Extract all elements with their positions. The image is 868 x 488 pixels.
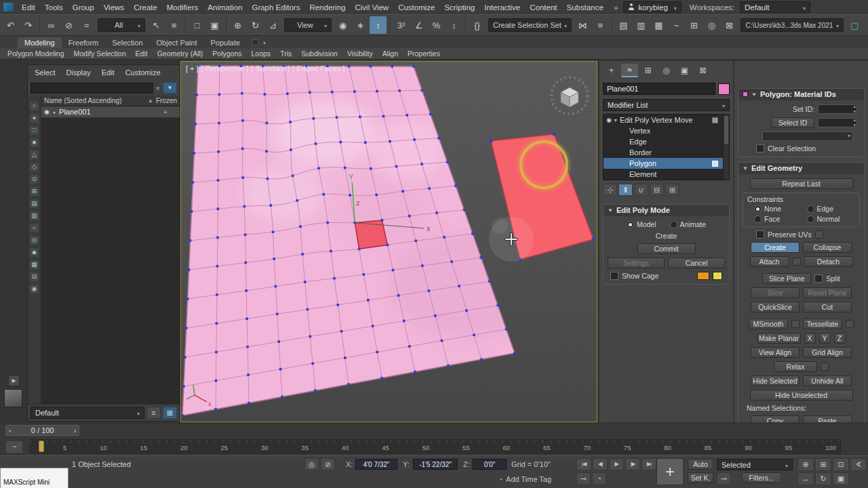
create-button[interactable]: Create [751,242,800,253]
display-groups-icon[interactable]: ▥ [29,211,39,221]
cancel-button[interactable]: Cancel [668,258,725,268]
timeline-tick-label[interactable]: 10 [100,444,107,451]
display-xrefs-icon[interactable]: ≈ [29,223,39,233]
x-coord-field[interactable]: 4'0 7/32" [355,459,397,470]
timeline-tick-label[interactable]: 30 [261,444,269,451]
scene-explorer-menu[interactable]: Select [35,68,56,77]
ribbon-panel-title[interactable]: Polygons [208,49,246,58]
maximize-viewport-icon[interactable]: ▣ [833,472,849,485]
display-containers-icon[interactable]: ◆ [29,247,39,258]
menu-item[interactable]: Create [129,2,162,13]
menu-item[interactable]: Views [99,2,129,13]
bind-to-spacewarp-icon[interactable]: ≈ [78,16,95,34]
repeat-last-button[interactable]: Repeat Last [750,178,853,189]
object-color-swatch[interactable] [718,83,730,95]
previous-frame-arrow[interactable]: ‹ [9,426,12,434]
named-selection-sets-dropdown[interactable]: Create Selection Set [488,18,572,32]
rectangular-region-icon[interactable]: □ [189,16,205,34]
object-name[interactable]: Plane001 [59,108,151,116]
set-key-plus-button[interactable]: + [656,458,684,485]
y-coord-field[interactable]: -1'5 22/32" [413,459,458,470]
planar-x-button[interactable]: X [804,333,816,344]
menu-item[interactable]: Content [525,2,561,13]
menu-item[interactable]: Group [68,2,99,13]
menu-item[interactable]: Civil View [350,2,393,13]
timeline-tick-label[interactable]: 90 [745,444,752,451]
display-tab[interactable]: ▣ [676,64,693,77]
perspective-viewport[interactable]: [ + ][ Perspective ][ Standard ][ Edged … [180,61,597,422]
timeline-tick-label[interactable]: 65 [543,444,551,451]
slice-plane-button[interactable]: Slice Plane [762,273,811,284]
stack-item-vertex[interactable]: Vertex [604,125,729,136]
set-key-button[interactable]: Set K. [688,472,713,483]
edit-named-selection-sets-icon[interactable]: {} [469,16,486,34]
scene-explorer-settings-icon[interactable]: ⊞ [163,407,177,419]
selection-set-dropdown[interactable]: Default [31,407,144,419]
constraint-normal-radio[interactable]: Normal [807,215,856,223]
copy-button[interactable]: Copy [751,415,800,422]
maxscript-mini-listener[interactable]: MAXScript Mini [0,468,68,488]
snaps-toggle-icon[interactable]: 3² [393,16,410,34]
collapse-button[interactable]: Collapse [803,242,852,253]
quickslice-button[interactable]: QuickSlice [751,302,800,312]
window-crossing-icon[interactable]: ▣ [206,16,223,34]
field-of-view-icon[interactable]: ∢ [850,458,867,471]
timeline-tick-label[interactable]: 20 [180,444,188,451]
menu-item[interactable]: Animation [203,2,247,13]
filters-button[interactable]: Filters... [742,472,781,483]
tessellate-button[interactable]: Tessellate [803,319,842,329]
select-and-move-icon[interactable]: ⊕ [229,16,246,34]
previous-frame-button[interactable]: ◀| [593,458,608,470]
ribbon-panel-title[interactable]: Edit [131,49,153,58]
align-icon[interactable]: ≡ [592,16,609,34]
tessellate-settings-button[interactable] [846,320,854,328]
material-editor-icon[interactable]: ◎ [703,16,720,34]
reference-coordinate-dropdown[interactable]: View [284,18,332,32]
remove-modifier-icon[interactable]: ⊟ [650,184,664,196]
visibility-eye-icon[interactable]: ◉ [44,108,50,115]
pan-icon[interactable]: ↔ [797,472,814,485]
search-input[interactable] [31,83,153,94]
time-slider-handle[interactable]: ‹ 0 / 100 › [5,425,79,436]
timeline-position-handle[interactable] [39,441,44,452]
paste-button[interactable]: Paste [803,415,852,422]
viewport-label-segment[interactable]: [ Edged Faces ] [292,64,344,73]
viewport-label-segment[interactable]: [ Standard ] [251,64,290,73]
clear-selection-checkbox[interactable] [756,144,764,152]
relax-button[interactable]: Relax [774,361,817,372]
stack-item-border[interactable]: Border [604,147,729,158]
display-all-icon[interactable]: ○ [29,101,39,111]
viewport-canvas[interactable]: Y z x [181,62,597,422]
render-setup-icon[interactable]: ⊠ [721,16,738,34]
display-helpers-icon[interactable]: ◇ [29,162,39,172]
isolate-selection-icon[interactable]: ◎ [304,458,319,470]
ribbon-panel-title[interactable]: Polygon Modeling [3,49,68,58]
next-frame-button[interactable]: |▶ [625,458,640,470]
select-id-spinner[interactable] [818,118,857,127]
model-radio[interactable]: Model [627,220,656,228]
viewcube[interactable] [551,77,588,114]
make-unique-icon[interactable]: ∪ [634,184,648,196]
display-materials-icon[interactable]: ◎ [29,235,39,245]
viewport-label-segment[interactable]: [ + ] [186,64,199,73]
menu-item[interactable]: Substance [562,2,608,13]
configure-modifier-sets-icon[interactable]: ⊞ [665,184,679,196]
tab-object-paint[interactable]: Object Paint [150,37,204,48]
ribbon-config-dropdown[interactable] [252,38,266,48]
scene-explorer-menu[interactable]: Display [66,68,91,77]
utilities-tab[interactable]: ⊠ [694,64,711,77]
make-planar-button[interactable]: Make Planar [757,333,801,344]
show-end-result-icon[interactable]: ‖ [618,184,633,196]
select-and-link-icon[interactable]: ∞ [43,16,60,34]
menu-item[interactable]: Scripting [439,2,479,13]
set-id-spinner[interactable] [818,104,857,114]
menu-item[interactable]: Customize [393,2,439,13]
timeline-tick-label[interactable]: 95 [785,444,793,451]
next-frame-arrow[interactable]: › [74,426,77,434]
menu-item[interactable]: Edit [17,2,40,13]
slice-button[interactable]: Slice [751,287,800,298]
select-id-button[interactable]: Select ID [771,117,814,128]
stack-item-edit-poly[interactable]: ◉▾ Edit Poly Vertex Move [604,115,729,125]
display-lights-icon[interactable]: ■ [29,138,39,148]
stack-item-edge[interactable]: Edge [604,136,729,147]
